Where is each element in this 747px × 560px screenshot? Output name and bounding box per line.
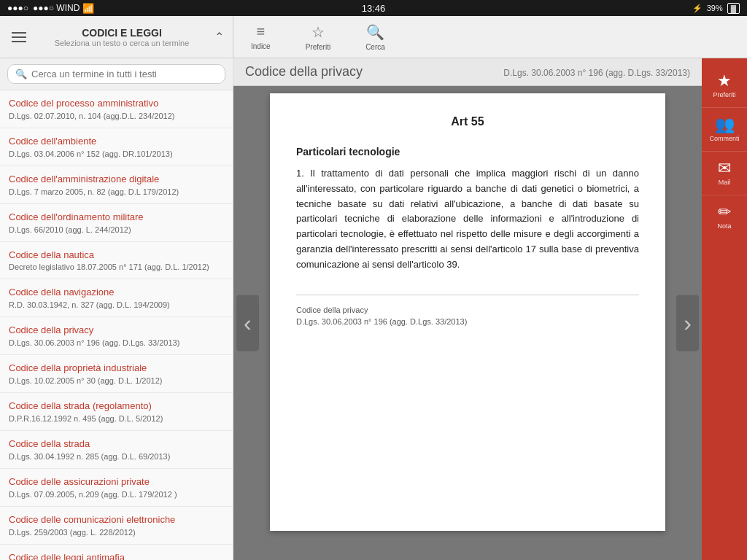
doc-footer-line2: D.Lgs. 30.06.2003 n° 196 (agg. D.Lgs. 33… [296,316,639,328]
search-input[interactable] [31,69,217,79]
preferiti-icon: ☆ [311,23,325,41]
right-btn-preferiti[interactable]: ★Preferiti [702,64,747,108]
time-label: 13:46 [362,3,386,14]
list-item-title: Codice della strada (regolamento) [9,400,224,413]
list-item-title: Codice delle leggi antimafia [9,552,224,560]
wifi-icon: 📶 [82,3,94,14]
nota-label: Nota [717,222,731,230]
doc-body: 1. Il trattamento di dati personali che … [296,166,639,273]
list-item[interactable]: Codice della stradaD.Lgs. 30.04.1992 n. … [0,431,233,469]
list-item-sub: D.Lgs. 10.02.2005 n° 30 (agg. D.L. 1/201… [9,376,224,385]
content-header: Codice della privacy D.Lgs. 30.06.2003 n… [233,58,702,86]
list-item-title: Codice dell'ambiente [9,136,224,148]
main-area: 🔍 Codice del processo amministrativoD.Lg… [0,58,747,560]
list-item-sub: Decreto legislativo 18.07.2005 n° 171 (a… [9,262,224,271]
nav-chevron-button[interactable]: ⌃ [214,30,224,44]
list-item[interactable]: Codice dell'amministrazione digitaleD.Lg… [0,166,233,204]
list-item-title: Codice della nautica [9,249,224,262]
nav-subtitle: Seleziona un testo o cerca un termine [36,39,207,47]
content-meta: D.Lgs. 30.06.2003 n° 196 (agg. D.Lgs. 33… [503,68,690,78]
commenti-label: Commenti [709,135,739,142]
list-item-sub: D.Lgs. 03.04.2006 n° 152 (agg. DR.101/20… [9,149,224,158]
nav-bar: CODICI E LEGGI Seleziona un testo o cerc… [0,16,747,58]
list-item-title: Codice dell'ordinamento militare [9,211,224,224]
list-item[interactable]: Codice delle comunicazioni elettronicheD… [0,507,233,545]
list-item[interactable]: Codice dell'ambienteD.Lgs. 03.04.2006 n°… [0,128,233,166]
preferiti-label: Preferiti [713,91,735,98]
list-item-title: Codice dell'amministrazione digitale [9,174,224,186]
right-btn-commenti[interactable]: 👥Commenti [702,108,747,152]
battery-icon: ▓ [727,3,740,14]
cerca-icon: 🔍 [366,23,384,41]
content-title: Codice della privacy [245,64,363,79]
list-item-sub: D.Lgs. 02.07.2010, n. 104 (agg.D.L. 234/… [9,112,224,120]
mail-icon: ✉ [718,160,731,176]
doc-footer: Codice della privacy D.Lgs. 30.06.2003 n… [296,295,639,328]
list-item-title: Codice della navigazione [9,287,224,299]
search-bar: 🔍 [0,58,233,90]
search-icon: 🔍 [15,69,27,79]
list-item-title: Codice della privacy [9,324,224,337]
doc-footer-line1: Codice della privacy [296,304,639,316]
list-item-sub: D.P.R.16.12.1992 n. 495 (agg. D.L. 5/201… [9,414,224,423]
mail-label: Mail [719,179,731,186]
list-item[interactable]: Codice delle leggi antimafiaD.Lgs.159/20… [0,545,233,560]
prev-page-button[interactable]: ‹ [236,295,259,351]
list-item[interactable]: Codice della strada (regolamento)D.P.R.1… [0,393,233,431]
list-item-sub: D.Lgs. 07.09.2005, n.209 (agg. D.L. 179/… [9,490,224,499]
doc-art-title: Art 55 [296,115,639,128]
list-area: Codice del processo amministrativoD.Lgs.… [0,90,233,560]
list-item-title: Codice della strada [9,438,224,451]
tab-preferiti[interactable]: ☆ Preferiti [288,16,348,58]
list-item[interactable]: Codice della privacyD.Lgs. 30.06.2003 n°… [0,317,233,355]
preferiti-icon: ★ [717,73,732,89]
right-sidebar: ★Preferiti👥Commenti✉Mail✏Nota [702,58,747,560]
tab-cerca[interactable]: 🔍 Cerca [348,16,403,58]
battery-label: 39% [707,4,723,12]
bluetooth-icon: ⚡ [692,4,703,13]
right-btn-mail[interactable]: ✉Mail [702,152,747,195]
list-item[interactable]: Codice della navigazioneR.D. 30.03.1942,… [0,279,233,317]
right-btn-nota[interactable]: ✏Nota [702,195,747,238]
list-item[interactable]: Codice della proprietà industrialeD.Lgs.… [0,355,233,393]
commenti-icon: 👥 [715,117,735,133]
list-item[interactable]: Codice dell'ordinamento militareD.Lgs. 6… [0,204,233,242]
list-item-title: Codice delle assicurazioni private [9,476,224,489]
list-item[interactable]: Codice della nauticaDecreto legislativo … [0,242,233,280]
list-item-title: Codice della proprietà industriale [9,362,224,375]
content-area: Codice della privacy D.Lgs. 30.06.2003 n… [233,58,702,560]
nav-tabs: ≡ Indice ☆ Preferiti 🔍 Cerca [233,16,747,58]
doc-section-title: Particolari tecnologie [296,146,639,158]
list-item-sub: D.Lgs. 259/2003 (agg. L. 228/2012) [9,528,224,537]
list-item-sub: R.D. 30.03.1942, n. 327 (agg. D.L. 194/2… [9,300,224,309]
status-bar: ●●●○ ●●●○ WIND 📶 13:46 ⚡ 39% ▓ [0,0,747,16]
list-item-title: Codice delle comunicazioni elettroniche [9,514,224,526]
nav-left-section: CODICI E LEGGI Seleziona un testo o cerc… [0,16,233,58]
tab-cerca-label: Cerca [365,43,385,51]
sidebar: 🔍 Codice del processo amministrativoD.Lg… [0,58,233,560]
list-item-sub: D.Lgs. 30.04.1992 n. 285 (agg. D.L. 69/2… [9,452,224,461]
indice-icon: ≡ [257,23,266,40]
nota-icon: ✏ [718,204,731,220]
nav-title-area: CODICI E LEGGI Seleziona un testo o cerc… [36,27,207,47]
tab-preferiti-label: Preferiti [306,43,330,51]
tab-indice-label: Indice [251,42,271,50]
list-item-sub: D.Lgs. 66/2010 (agg. L. 244/2012) [9,225,224,234]
doc-area[interactable]: ‹ Art 55 Particolari tecnologie 1. Il tr… [233,86,702,560]
menu-button[interactable] [9,29,29,45]
nav-title: CODICI E LEGGI [36,27,207,39]
tab-indice[interactable]: ≡ Indice [233,16,288,58]
doc-page: Art 55 Particolari tecnologie 1. Il trat… [270,93,665,531]
list-item[interactable]: Codice delle assicurazioni privateD.Lgs.… [0,469,233,507]
search-input-wrap: 🔍 [7,64,225,84]
list-item-title: Codice del processo amministrativo [9,98,224,110]
list-item-sub: D.Lgs. 30.06.2003 n° 196 (agg. D.Lgs. 33… [9,338,224,347]
carrier-label: ●●●○ WIND [33,3,80,13]
next-page-button[interactable]: › [676,295,699,351]
signal-dots: ●●●○ [7,3,28,13]
list-item[interactable]: Codice del processo amministrativoD.Lgs.… [0,90,233,128]
list-item-sub: D.Lgs. 7 marzo 2005, n. 82 (agg. D.L 179… [9,187,224,196]
